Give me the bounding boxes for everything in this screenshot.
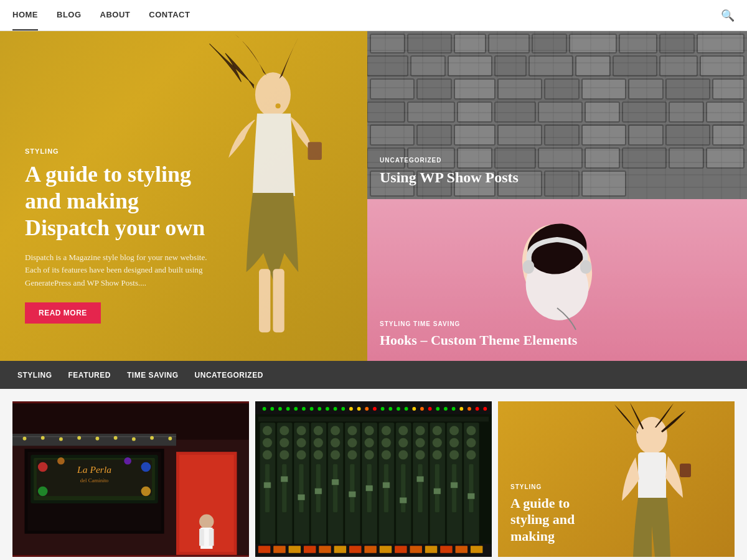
yellow-card-content: STYLING A guide to styling and making [510, 483, 604, 544]
svg-point-120 [263, 407, 266, 411]
svg-point-201 [398, 450, 408, 460]
svg-point-122 [278, 407, 282, 411]
svg-point-158 [280, 438, 289, 448]
svg-rect-197 [383, 482, 390, 488]
svg-text:del Caminito: del Caminito [80, 477, 109, 483]
svg-point-224 [466, 438, 476, 448]
svg-point-146 [467, 407, 471, 411]
svg-rect-48 [629, 125, 663, 145]
svg-rect-167 [298, 494, 305, 500]
svg-rect-9 [489, 34, 529, 53]
svg-point-225 [466, 450, 476, 460]
svg-rect-160 [282, 464, 287, 513]
svg-rect-241 [440, 546, 452, 553]
svg-point-135 [381, 407, 385, 411]
svg-rect-12 [619, 34, 657, 53]
svg-rect-70 [580, 260, 591, 274]
svg-rect-59 [707, 148, 744, 168]
read-more-button[interactable]: READ MORE [25, 302, 101, 324]
svg-rect-238 [395, 546, 406, 553]
svg-point-175 [331, 426, 341, 436]
hero-bottom-left-card[interactable]: STYLING TIME SAVING Hooks – Custom Theme… [367, 199, 747, 361]
bottom-card-la-perla[interactable]: La Perla del Caminito [12, 401, 249, 557]
nav-about[interactable]: ABOUT [100, 0, 131, 30]
svg-point-145 [459, 407, 463, 411]
svg-point-157 [280, 426, 289, 436]
hero-main-description: Dispatch is a Magazine style blog for yo… [25, 251, 218, 290]
svg-rect-233 [319, 546, 331, 553]
svg-point-206 [415, 438, 425, 448]
svg-rect-69 [523, 260, 534, 274]
svg-rect-17 [448, 56, 492, 76]
svg-rect-58 [669, 148, 703, 168]
svg-point-100 [141, 487, 151, 497]
svg-rect-208 [418, 464, 423, 513]
svg-point-213 [433, 450, 443, 460]
svg-point-142 [436, 407, 439, 411]
svg-rect-106 [209, 529, 214, 546]
bottom-right-column: STYLING A guide to styling and making [498, 401, 735, 560]
svg-rect-184 [350, 464, 355, 513]
hero-top-right-card[interactable]: UNCATEGORIZED Using WP Show Posts [367, 31, 747, 199]
hero-main-card[interactable]: STYLING A guide to styling and making Di… [0, 31, 367, 361]
svg-point-165 [296, 450, 306, 460]
svg-rect-231 [289, 546, 301, 553]
svg-point-148 [483, 407, 487, 411]
svg-rect-7 [408, 34, 451, 53]
la-perla-image: La Perla del Caminito [12, 401, 249, 557]
nav-home[interactable]: HOME [12, 0, 38, 30]
svg-rect-56 [585, 148, 619, 168]
svg-point-129 [334, 407, 337, 411]
tag-time-saving[interactable]: TIME SAVING [122, 368, 184, 382]
svg-rect-46 [545, 125, 579, 145]
svg-point-151 [263, 426, 273, 436]
svg-point-111 [59, 437, 63, 441]
nav-contact[interactable]: CONTACT [149, 0, 190, 30]
bottom-left-title: Hooks – Custom Theme Elements [380, 332, 577, 348]
search-icon[interactable]: 🔍 [721, 9, 735, 22]
svg-point-217 [449, 426, 459, 436]
svg-rect-236 [364, 546, 376, 553]
bottom-card-mixer[interactable] [255, 401, 492, 557]
svg-rect-161 [281, 476, 288, 482]
svg-rect-55 [538, 148, 582, 168]
svg-point-126 [310, 407, 314, 411]
svg-point-212 [433, 438, 443, 448]
svg-point-163 [296, 426, 306, 436]
svg-rect-21 [613, 56, 657, 76]
svg-point-244 [636, 417, 667, 454]
svg-point-152 [263, 438, 273, 448]
bottom-card-yellow[interactable]: STYLING A guide to styling and making [498, 401, 735, 557]
tag-styling[interactable]: STYLING [12, 368, 57, 382]
svg-rect-191 [365, 485, 373, 492]
svg-point-147 [476, 407, 479, 411]
top-right-title: Using WP Show Posts [380, 169, 519, 187]
svg-point-4 [275, 103, 280, 108]
svg-rect-230 [273, 546, 285, 553]
svg-rect-40 [669, 102, 703, 122]
svg-rect-35 [458, 102, 492, 122]
svg-rect-65 [582, 171, 626, 196]
svg-rect-6 [370, 34, 405, 53]
svg-rect-27 [498, 79, 542, 99]
svg-rect-179 [332, 479, 339, 485]
svg-rect-8 [454, 34, 486, 53]
tag-uncategorized[interactable]: UNCATEGORIZED [190, 368, 268, 382]
svg-rect-18 [495, 56, 526, 76]
tag-featured[interactable]: FEATURED [63, 368, 116, 382]
svg-point-207 [415, 450, 425, 460]
mixer-image [255, 401, 492, 557]
nav-blog[interactable]: BLOG [57, 0, 82, 30]
svg-rect-43 [417, 125, 451, 145]
svg-point-123 [286, 407, 290, 411]
svg-rect-15 [367, 56, 408, 76]
svg-point-205 [415, 426, 425, 436]
svg-rect-42 [370, 125, 414, 145]
svg-point-189 [364, 450, 374, 460]
svg-point-169 [314, 426, 324, 436]
svg-rect-19 [529, 56, 573, 76]
svg-point-143 [444, 407, 448, 411]
svg-rect-240 [425, 546, 437, 553]
svg-rect-25 [417, 79, 451, 99]
svg-point-128 [326, 407, 329, 411]
